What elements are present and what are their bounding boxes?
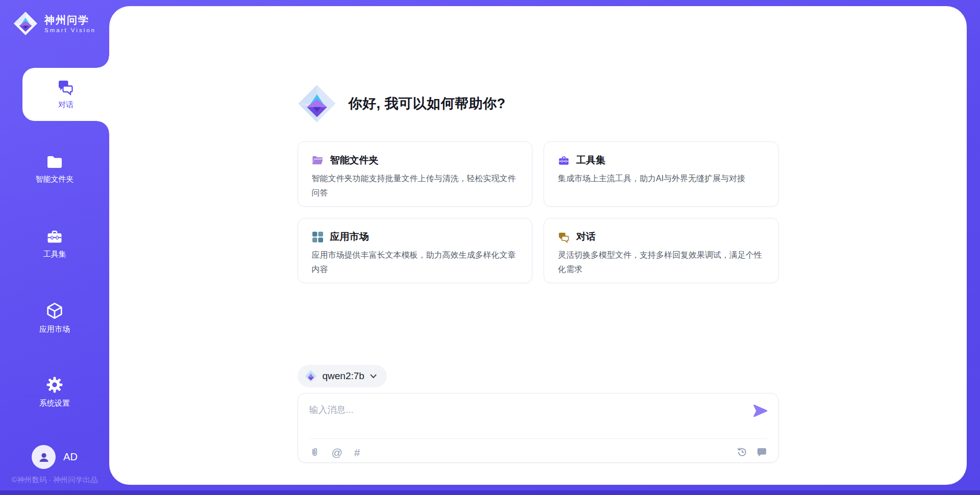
folder-icon — [46, 154, 63, 169]
apps-grid-icon — [312, 231, 324, 243]
app-root: 神州问学 Smart Vision 对话 智能文件夹 — [0, 0, 980, 495]
feature-cards: 智能文件夹 智能文件夹功能支持批量文件上传与清洗，轻松实现文件问答 工具 — [298, 141, 779, 283]
sidebar: 神州问学 Smart Vision 对话 智能文件夹 — [0, 0, 109, 495]
brand: 神州问学 Smart Vision — [13, 11, 96, 36]
toolbox-icon — [558, 155, 570, 166]
copyright-footer: ©神州数码 · 神州问学出品 — [0, 475, 109, 485]
brand-diamond-icon — [13, 11, 38, 36]
card-chat[interactable]: 对话 灵活切换多模型文件，支持多样回复效果调试，满足个性化需求 — [544, 218, 779, 283]
sidebar-item-toolbox[interactable]: 工具集 — [0, 229, 109, 259]
paperclip-icon[interactable] — [309, 447, 320, 458]
bottom-edge — [0, 490, 980, 495]
sidebar-item-label: 智能文件夹 — [36, 175, 74, 184]
main-panel: 你好, 我可以如何帮助你? 智能文件夹 智能文件夹功能支持批量文件上传与清洗，轻… — [109, 6, 967, 485]
user-name: AD — [63, 451, 78, 463]
card-description: 集成市场上主流工具，助力AI与外界无缝扩展与对接 — [558, 171, 765, 186]
sidebar-item-app-market[interactable]: 应用市场 — [0, 302, 109, 334]
card-title: 智能文件夹 — [330, 154, 379, 167]
mention-icon[interactable]: @ — [332, 447, 342, 458]
person-icon — [37, 451, 51, 464]
model-name: qwen2:7b — [323, 370, 364, 382]
greeting: 你好, 我可以如何帮助你? — [298, 6, 779, 123]
cube-icon — [46, 302, 63, 319]
hash-icon[interactable]: # — [354, 447, 360, 458]
avatar — [32, 445, 56, 469]
greeting-text: 你好, 我可以如何帮助你? — [349, 94, 506, 113]
sidebar-item-label: 工具集 — [43, 250, 66, 259]
chat-bubbles-icon — [57, 79, 75, 95]
assistant-logo-icon — [298, 84, 336, 123]
sidebar-item-smart-folder[interactable]: 智能文件夹 — [0, 154, 109, 184]
sidebar-item-label: 应用市场 — [39, 325, 70, 334]
card-title: 对话 — [576, 230, 596, 243]
brand-subtitle: Smart Vision — [44, 27, 96, 33]
toolbox-icon — [46, 229, 63, 244]
comment-icon[interactable] — [756, 447, 767, 457]
send-icon[interactable] — [753, 404, 768, 418]
message-input[interactable] — [309, 404, 748, 433]
card-toolbox[interactable]: 工具集 集成市场上主流工具，助力AI与外界无缝扩展与对接 — [544, 141, 779, 207]
card-title: 应用市场 — [330, 230, 369, 243]
composer-divider — [309, 438, 767, 439]
card-app-market[interactable]: 应用市场 应用市场提供丰富长文本模板，助力高效生成多样化文章内容 — [298, 218, 533, 283]
message-composer: @ # — [298, 393, 779, 463]
card-description: 应用市场提供丰富长文本模板，助力高效生成多样化文章内容 — [312, 248, 519, 277]
brand-name: 神州问学 — [44, 14, 96, 26]
sidebar-item-chat[interactable]: 对话 — [22, 68, 109, 121]
chat-bubbles-icon — [558, 231, 570, 243]
card-smart-folder[interactable]: 智能文件夹 智能文件夹功能支持批量文件上传与清洗，轻松实现文件问答 — [298, 141, 533, 207]
history-icon[interactable] — [737, 447, 748, 458]
chevron-down-icon — [370, 374, 377, 379]
composer-toolbar: @ # — [309, 442, 767, 462]
sidebar-item-settings[interactable]: 系统设置 — [0, 376, 109, 408]
sidebar-item-label: 对话 — [58, 100, 74, 110]
gear-icon — [46, 376, 63, 393]
user-account[interactable]: AD — [0, 445, 109, 469]
folder-open-icon — [312, 155, 324, 166]
card-description: 灵活切换多模型文件，支持多样回复效果调试，满足个性化需求 — [558, 248, 765, 277]
card-title: 工具集 — [576, 154, 605, 167]
card-description: 智能文件夹功能支持批量文件上传与清洗，轻松实现文件问答 — [312, 171, 519, 200]
model-selector[interactable]: qwen2:7b — [298, 365, 387, 387]
model-logo-icon — [305, 370, 317, 382]
sidebar-item-label: 系统设置 — [39, 399, 70, 408]
